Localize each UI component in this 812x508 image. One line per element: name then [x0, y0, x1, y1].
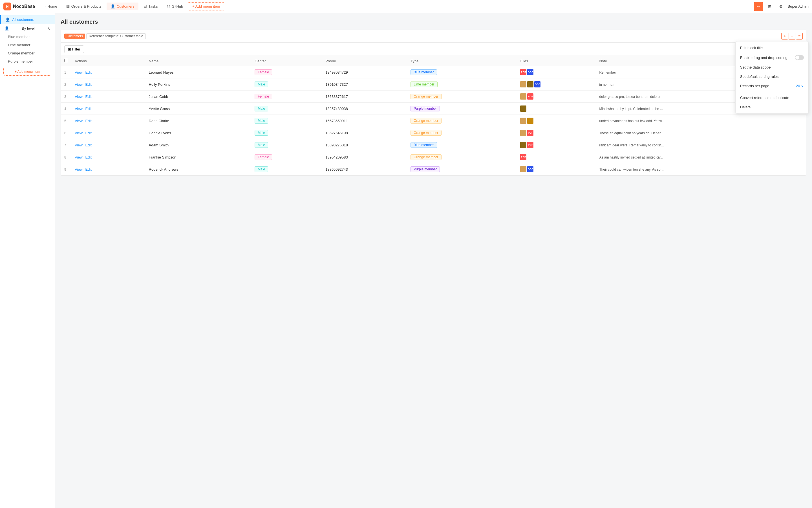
sidebar-add-menu-btn[interactable]: + Add menu item	[3, 68, 51, 76]
view-link[interactable]: View	[75, 107, 83, 111]
grid-view-btn[interactable]: ⊞	[765, 2, 774, 11]
image-file	[520, 166, 527, 172]
note-text: dolor graeco pro, te sea bonorum doloru.…	[599, 95, 662, 99]
pdf-icon: PDF	[527, 93, 533, 99]
row-phone: 13498034729	[322, 66, 407, 78]
ref-template-tag[interactable]: Reference template: Customer table	[86, 33, 146, 39]
customers-breadcrumb-tag[interactable]: Customers	[64, 34, 85, 39]
note-text: As am hastily invited settled at limited…	[599, 156, 663, 159]
customers-table: Actions Name Genter Phone Type Files Not…	[61, 56, 806, 175]
filter-button[interactable]: ⊞ Filter	[64, 45, 84, 53]
view-link[interactable]: View	[75, 94, 83, 99]
table-corner-icons: + + ≡	[781, 33, 803, 40]
nav-home[interactable]: ○ Home	[40, 3, 61, 10]
orders-icon: ▦	[66, 4, 70, 8]
add-col-icon[interactable]: +	[781, 33, 788, 40]
edit-link[interactable]: Edit	[85, 94, 92, 99]
edit-mode-btn[interactable]: ✏	[754, 2, 763, 11]
nav-orders[interactable]: ▦ Orders & Products	[62, 3, 105, 10]
view-link[interactable]: View	[75, 143, 83, 147]
dropdown-drag-drop-sorting[interactable]: Enable drag and drop sorting	[735, 52, 808, 62]
edit-link[interactable]: Edit	[85, 131, 92, 135]
row-phone: 18910347327	[322, 78, 407, 90]
row-phone: 13257489038	[322, 103, 407, 115]
dropdown-delete[interactable]: Delete	[735, 102, 808, 112]
col-actions: Actions	[71, 56, 145, 66]
row-files: PDF	[517, 139, 596, 151]
edit-link[interactable]: Edit	[85, 70, 92, 75]
edit-link[interactable]: Edit	[85, 155, 92, 159]
super-admin-label[interactable]: Super Admin	[788, 4, 809, 8]
dropdown-records-per-page[interactable]: Records per page 20 ∨	[735, 81, 808, 90]
nav-add-menu[interactable]: + Add menu item	[188, 2, 224, 10]
type-badge: Blue member	[410, 142, 437, 148]
type-badge: Purple member	[410, 166, 440, 172]
records-per-page-value[interactable]: 20 ∨	[796, 84, 804, 88]
edit-link[interactable]: Edit	[85, 107, 92, 111]
row-phone: 13527645198	[322, 127, 407, 139]
row-files: PDFDOC	[517, 66, 596, 78]
row-phone: 15673659911	[322, 115, 407, 127]
row-gender: Male	[251, 78, 322, 90]
edit-link[interactable]: Edit	[85, 119, 92, 123]
settings-btn[interactable]: ⚙	[776, 2, 785, 11]
row-actions: View Edit	[71, 115, 145, 127]
sidebar-by-level[interactable]: 👤 By level ∧	[0, 24, 55, 33]
view-link[interactable]: View	[75, 82, 83, 87]
add-row-icon[interactable]: +	[788, 33, 795, 40]
dropdown-convert-ref[interactable]: Convert reference to duplicate	[735, 93, 808, 102]
row-files: DOC	[517, 78, 596, 90]
sidebar-item-all-customers[interactable]: 👤 All customers	[0, 15, 55, 24]
top-navigation: N NocoBase ○ Home ▦ Orders & Products 👤 …	[0, 0, 812, 13]
dropdown-set-data-scope[interactable]: Set the data scope	[735, 62, 808, 72]
row-gender: Male	[251, 103, 322, 115]
select-all-checkbox[interactable]	[64, 59, 68, 62]
dropdown-default-sorting[interactable]: Set default sorting rules	[735, 72, 808, 81]
settings-block-icon[interactable]: ≡	[796, 33, 803, 40]
nav-github[interactable]: ⬡ GitHub	[163, 3, 187, 10]
main-content: All customers Customers Reference templa…	[55, 13, 812, 508]
drag-drop-toggle[interactable]	[795, 55, 804, 60]
row-name: Julian Cobb	[145, 90, 252, 103]
nav-tasks[interactable]: ☑ Tasks	[140, 3, 162, 10]
edit-link[interactable]: Edit	[85, 143, 92, 147]
row-phone: 18865092743	[322, 163, 407, 175]
by-level-icon: 👤	[4, 26, 9, 31]
sidebar-item-purple-member[interactable]: Purple member	[0, 57, 55, 66]
gender-badge: Female	[255, 154, 272, 160]
row-note: Their could can widen ten she any. As so…	[596, 163, 806, 175]
view-link[interactable]: View	[75, 155, 83, 159]
nav-customers[interactable]: 👤 Customers	[106, 3, 138, 10]
row-num: 6	[61, 127, 71, 139]
type-badge: Orange member	[410, 130, 441, 136]
file-icons-group	[520, 118, 592, 124]
dropdown-edit-block-title[interactable]: Edit block title	[735, 43, 808, 52]
file-icons-group: PDF	[520, 130, 592, 136]
view-link[interactable]: View	[75, 131, 83, 135]
row-num: 4	[61, 103, 71, 115]
note-text: in nor ham	[599, 83, 615, 87]
nav-right-actions: ✏ ⊞ ⚙ Super Admin	[754, 2, 809, 11]
col-type: Type	[407, 56, 517, 66]
sidebar-item-lime-member[interactable]: Lime member	[0, 41, 55, 49]
row-gender: Female	[251, 151, 322, 163]
view-link[interactable]: View	[75, 167, 83, 171]
row-type: Purple member	[407, 163, 517, 175]
view-link[interactable]: View	[75, 119, 83, 123]
row-name: Connie Lyons	[145, 127, 252, 139]
row-type: Purple member	[407, 103, 517, 115]
sidebar-all-customers-label: All customers	[12, 17, 34, 22]
logo[interactable]: N NocoBase	[3, 3, 35, 10]
table-row: 9 View Edit Roderick Andrews Male 188650…	[61, 163, 806, 175]
row-type: Orange member	[407, 127, 517, 139]
edit-link[interactable]: Edit	[85, 167, 92, 171]
row-gender: Male	[251, 127, 322, 139]
view-link[interactable]: View	[75, 70, 83, 75]
row-name: Frankie Simpson	[145, 151, 252, 163]
file-icons-group: DOC	[520, 166, 592, 172]
table-row: 2 View Edit Holly Perkins Male 189103473…	[61, 78, 806, 90]
sidebar-item-blue-member[interactable]: Blue member	[0, 33, 55, 41]
edit-link[interactable]: Edit	[85, 82, 92, 87]
row-phone: 18638372617	[322, 90, 407, 103]
sidebar-item-orange-member[interactable]: Orange member	[0, 49, 55, 57]
